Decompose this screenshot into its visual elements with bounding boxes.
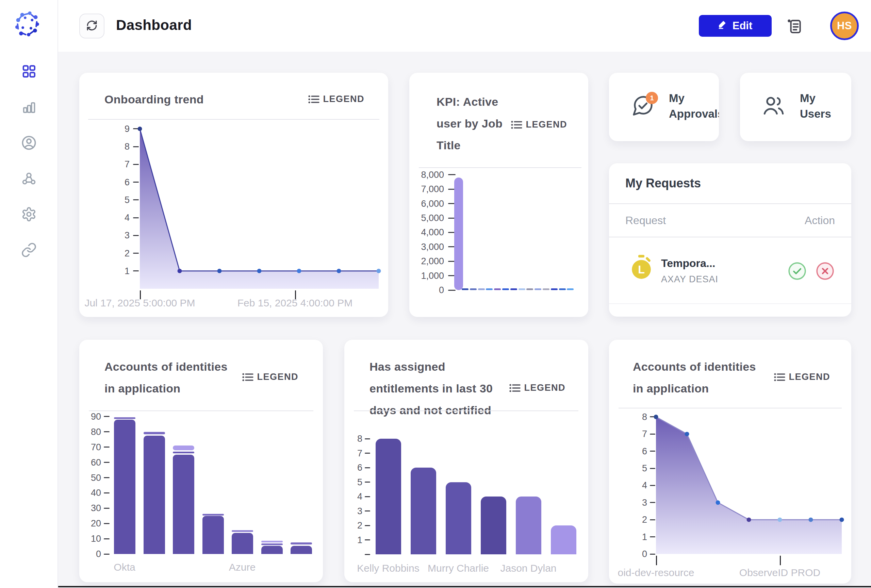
- bar-segment: [202, 516, 224, 554]
- gear-icon: [21, 206, 37, 224]
- bar-segment: [144, 432, 165, 434]
- y-axis-label: 5,000: [409, 213, 444, 224]
- kpi-mini-bar: [510, 288, 517, 290]
- x-axis-label: Azure: [229, 561, 256, 573]
- bar-segment: [114, 417, 135, 419]
- page-bottom-edge: [0, 586, 871, 587]
- y-axis-tick: [365, 453, 370, 454]
- y-axis-label: 1,000: [409, 270, 444, 281]
- bar: [446, 482, 471, 555]
- y-axis-label: 8: [344, 434, 362, 444]
- x-axis-label: Kelly Robbins: [357, 563, 419, 574]
- sidebar: [0, 0, 58, 588]
- edit-button[interactable]: Edit: [699, 15, 772, 37]
- card-entitlements: Has assigned entitlements in last 30 day…: [344, 340, 588, 582]
- y-axis-label: 4: [344, 491, 362, 502]
- y-axis-label: 4,000: [409, 227, 444, 238]
- link-icon: [21, 242, 37, 259]
- svg-text:L: L: [638, 264, 645, 276]
- data-point: [654, 415, 658, 419]
- y-axis-label: 1: [344, 534, 362, 545]
- refresh-button[interactable]: [79, 13, 105, 39]
- bar-segment: [290, 546, 312, 554]
- bar-segment: [173, 455, 194, 554]
- kpi-mini-bar: [519, 288, 525, 290]
- y-axis-tick: [365, 525, 370, 526]
- bar-segment: [232, 533, 253, 554]
- kpi-mini-bar: [470, 288, 477, 290]
- y-axis-tick: [104, 492, 109, 494]
- y-axis-label: 6: [344, 463, 362, 473]
- pencil-icon: [718, 20, 728, 32]
- y-axis-tick: [104, 538, 109, 539]
- page-title: Dashboard: [116, 17, 192, 33]
- avatar[interactable]: HS: [830, 12, 859, 40]
- data-point: [809, 518, 813, 522]
- clipboard-list-icon[interactable]: [785, 17, 804, 35]
- accounts-identities-bar-chart: 0102030405060708090OktaAzure: [79, 340, 323, 582]
- grid-icon: [21, 64, 37, 81]
- entitlements-bar-chart: 12345678Kelly RobbinsMurry CharlieJason …: [344, 340, 588, 582]
- data-point: [377, 269, 381, 273]
- data-point: [840, 518, 844, 522]
- y-axis-label: 10: [79, 534, 101, 544]
- bar-segment: [144, 436, 165, 554]
- y-axis-label: 0: [79, 549, 101, 560]
- card-kpi: KPI: Active user by Job Title LEGEND 01,…: [409, 73, 588, 317]
- y-axis-tick: [104, 508, 109, 509]
- y-axis-label: 7,000: [409, 184, 444, 194]
- y-axis-tick: [104, 554, 109, 555]
- avatar-initials: HS: [837, 20, 852, 32]
- y-axis-tick: [365, 554, 370, 555]
- sidebar-item-identities[interactable]: [21, 135, 37, 152]
- sidebar-item-dashboard[interactable]: [21, 64, 37, 80]
- y-axis-tick: [104, 446, 109, 448]
- y-axis-tick: [365, 482, 370, 483]
- bar: [516, 497, 541, 554]
- card-my-users[interactable]: My Users: [740, 73, 851, 141]
- y-axis-tick: [104, 523, 109, 524]
- kpi-mini-bar: [462, 288, 468, 290]
- stopwatch-icon: L: [631, 252, 652, 283]
- data-point: [257, 269, 262, 273]
- kpi-mini-bar: [486, 288, 493, 290]
- approvals-badge: 1: [646, 92, 658, 104]
- x-axis-label: Jason Dylan: [500, 563, 556, 574]
- y-axis-label: 0: [409, 285, 444, 295]
- reject-button[interactable]: [816, 262, 834, 280]
- sidebar-item-settings[interactable]: [21, 207, 37, 223]
- x-axis-label: oid-dev-resource: [618, 567, 694, 579]
- data-point: [685, 432, 689, 436]
- app-logo: [13, 10, 41, 38]
- card-my-approvals[interactable]: 1 My Approvals: [609, 73, 719, 141]
- request-name: Tempora...: [661, 257, 715, 270]
- kpi-mini-bar: [534, 288, 541, 290]
- sidebar-item-links[interactable]: [21, 242, 37, 259]
- y-axis-label: 70: [79, 442, 101, 452]
- x-axis-label: Jul 17, 2025 5:00:00 PM: [84, 297, 195, 309]
- area-chart-canvas: [609, 340, 851, 584]
- my-users-label: My Users: [800, 91, 831, 122]
- kpi-mini-bar: [567, 288, 574, 290]
- y-axis-tick: [365, 510, 370, 512]
- y-axis-label: 3,000: [409, 242, 444, 252]
- y-axis-tick: [365, 496, 370, 497]
- kpi-mini-bar: [543, 288, 549, 290]
- my-requests-title: My Requests: [626, 176, 701, 191]
- data-point: [217, 269, 222, 273]
- bar-segment: [232, 530, 253, 532]
- edit-button-label: Edit: [733, 20, 753, 32]
- bar-segment: [202, 514, 224, 516]
- y-axis-tick: [104, 431, 109, 432]
- sidebar-item-connections[interactable]: [21, 171, 37, 187]
- bar-segment: [173, 446, 194, 450]
- y-axis-tick: [365, 467, 370, 468]
- data-point: [778, 518, 782, 522]
- kpi-mini-bar: [478, 288, 485, 290]
- divider: [609, 303, 851, 304]
- data-point: [138, 127, 142, 131]
- bar: [411, 468, 436, 554]
- approve-button[interactable]: [788, 262, 807, 280]
- refresh-icon: [86, 20, 98, 33]
- sidebar-item-analytics[interactable]: [21, 100, 37, 116]
